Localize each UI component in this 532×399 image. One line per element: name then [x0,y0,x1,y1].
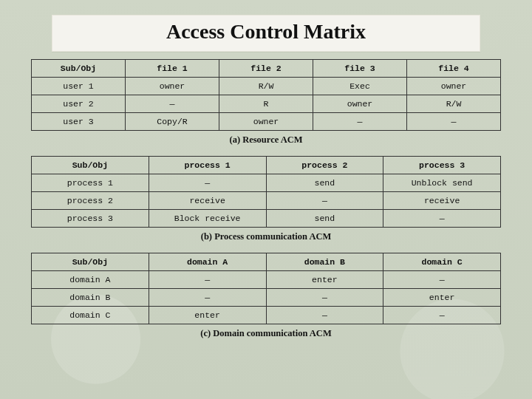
row-label: domain C [32,307,149,324]
table-header-row: Sub/Obj process 1 process 2 process 3 [32,157,501,174]
cell: enter [266,271,383,289]
row-label: process 2 [32,192,149,210]
col-header: domain B [266,253,383,271]
cell: Copy/R [126,113,219,131]
cell: — [149,174,266,192]
row-label: domain B [32,289,149,307]
col-header: file 4 [407,60,501,78]
cell: — [266,192,383,210]
row-label: process 3 [32,210,149,228]
cell: R/W [407,95,501,113]
table-caption-a: (a) Resource ACM [31,131,501,153]
table-header-row: Sub/Obj domain A domain B domain C [32,253,501,271]
process-acm-table: Sub/Obj process 1 process 2 process 3 pr… [31,156,501,228]
cell: owner [407,78,501,95]
table-row: user 1 owner R/W Exec owner [32,78,501,95]
table-header-row: Sub/Obj file 1 file 2 file 3 file 4 [32,60,501,78]
cell: Exec [313,78,407,95]
cell: — [149,271,266,289]
cell: — [149,289,266,307]
row-label: domain A [32,271,149,289]
row-label: process 1 [32,174,149,192]
resource-acm-table: Sub/Obj file 1 file 2 file 3 file 4 user… [31,59,501,131]
cell: send [266,210,383,228]
col-header: domain A [149,253,266,271]
cell: R/W [219,78,313,95]
table-row: domain A — enter — [32,271,501,289]
cell: — [383,307,501,324]
cell: Block receive [149,210,266,228]
col-header: Sub/Obj [32,60,126,78]
col-header: process 3 [383,157,501,174]
cell: Unblock send [383,174,501,192]
cell: owner [126,78,219,95]
cell: — [313,113,407,131]
cell: — [266,307,383,324]
table-row: user 2 — R owner R/W [32,95,501,113]
table-row: process 3 Block receive send — [32,210,501,228]
cell: enter [383,289,501,307]
cell: R [219,95,313,113]
cell: owner [219,113,313,131]
col-header: file 2 [219,60,313,78]
row-label: user 1 [32,78,126,95]
cell: — [266,289,383,307]
cell: — [383,271,501,289]
table-row: process 2 receive — receive [32,192,501,210]
col-header: process 2 [266,157,383,174]
cell: — [126,95,219,113]
cell: send [266,174,383,192]
col-header: file 1 [126,60,219,78]
col-header: domain C [383,253,501,271]
cell: owner [313,95,407,113]
table-row: user 3 Copy/R owner — — [32,113,501,131]
domain-acm-table: Sub/Obj domain A domain B domain C domai… [31,253,501,324]
table-block-a: Sub/Obj file 1 file 2 file 3 file 4 user… [31,59,501,153]
table-caption-b: (b) Process communication ACM [31,228,501,250]
col-header: Sub/Obj [32,157,149,174]
table-row: process 1 — send Unblock send [32,174,501,192]
cell: receive [383,192,501,210]
col-header: process 1 [149,157,266,174]
cell: receive [149,192,266,210]
col-header: file 3 [313,60,407,78]
table-row: domain B — — enter [32,289,501,307]
col-header: Sub/Obj [32,253,149,271]
cell: — [383,210,501,228]
table-block-c: Sub/Obj domain A domain B domain C domai… [31,253,501,347]
slide-title: Access Control Matrix [52,15,480,52]
table-caption-c: (c) Domain communication ACM [31,324,501,347]
cell: enter [149,307,266,324]
table-row: domain C enter — — [32,307,501,324]
row-label: user 2 [32,95,126,113]
table-block-b: Sub/Obj process 1 process 2 process 3 pr… [31,156,501,250]
cell: — [407,113,501,131]
row-label: user 3 [32,113,126,131]
